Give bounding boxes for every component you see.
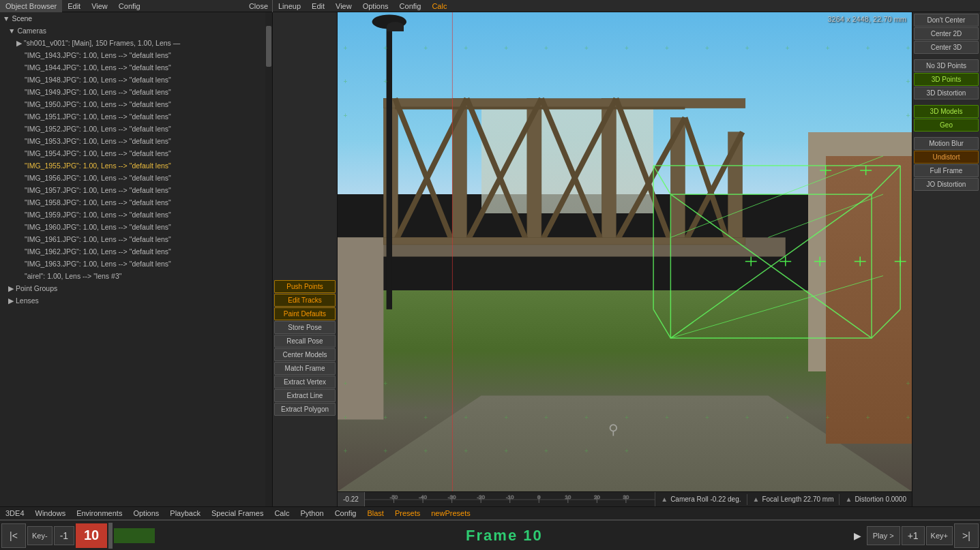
extract-polygon-button[interactable]: Extract Polygon bbox=[274, 403, 336, 416]
menu-calc[interactable]: Calc bbox=[426, 0, 452, 12]
step-minus-button[interactable]: -1 bbox=[54, 526, 74, 545]
menu-options-bottom[interactable]: Options bbox=[128, 506, 164, 520]
jo-distortion-button[interactable]: JO Distortion bbox=[914, 178, 979, 191]
3d-models-button[interactable]: 3D Models bbox=[914, 105, 979, 118]
full-frame-button[interactable]: Full Frame bbox=[914, 164, 979, 177]
extract-line-button[interactable]: Extract Line bbox=[274, 389, 336, 402]
tree-img-0[interactable]: "IMG_1943.JPG": 1.00, Lens --> "default … bbox=[0, 49, 265, 61]
svg-line-100 bbox=[670, 276, 883, 338]
menu-new-presets[interactable]: newPresets bbox=[426, 506, 475, 520]
tree-img-9[interactable]: "IMG_1955.JPG": 1.00, Lens --> "default … bbox=[0, 159, 265, 172]
menu-blast[interactable]: Blast bbox=[361, 506, 389, 520]
no-3d-points-button[interactable]: No 3D Points bbox=[914, 59, 979, 72]
tree-airel[interactable]: "airel": 1.00, Lens --> "lens #3" bbox=[0, 270, 265, 282]
menu-config-bottom[interactable]: Config bbox=[329, 506, 362, 520]
step-plus-button[interactable]: +1 bbox=[902, 526, 925, 545]
menu-playback[interactable]: Playback bbox=[164, 506, 206, 520]
go-start-button[interactable]: |< bbox=[1, 523, 26, 548]
menu-python[interactable]: Python bbox=[295, 506, 329, 520]
svg-text:+: + bbox=[906, 44, 910, 52]
tree-img-13[interactable]: "IMG_1959.JPG": 1.00, Lens --> "default … bbox=[0, 209, 265, 221]
svg-line-101 bbox=[769, 194, 883, 237]
tree-img-15[interactable]: "IMG_1961.JPG": 1.00, Lens --> "default … bbox=[0, 233, 265, 245]
go-end-button[interactable]: >| bbox=[954, 523, 979, 548]
menu-object-browser[interactable]: Object Browser bbox=[0, 0, 62, 12]
menu-presets[interactable]: Presets bbox=[389, 506, 426, 520]
svg-text:+: + bbox=[343, 112, 347, 119]
tree-img-16[interactable]: "IMG_1962.JPG": 1.00, Lens --> "default … bbox=[0, 245, 265, 258]
recall-pose-button[interactable]: Recall Pose bbox=[274, 335, 336, 348]
svg-text:+: + bbox=[383, 380, 387, 387]
menu-view-right[interactable]: View bbox=[330, 0, 357, 12]
tree-img-11[interactable]: "IMG_1957.JPG": 1.00, Lens --> "default … bbox=[0, 184, 265, 196]
tree-img-10[interactable]: "IMG_1956.JPG": 1.00, Lens --> "default … bbox=[0, 172, 265, 184]
timeline-green-region[interactable] bbox=[114, 528, 155, 543]
svg-rect-8 bbox=[383, 99, 745, 108]
menu-config-right[interactable]: Config bbox=[394, 0, 427, 12]
svg-text:+: + bbox=[424, 44, 428, 52]
tree-img-7[interactable]: "IMG_1953.JPG": 1.00, Lens --> "default … bbox=[0, 135, 265, 147]
tree-img-17[interactable]: "IMG_1963.JPG": 1.00, Lens --> "default … bbox=[0, 258, 265, 270]
key-plus-button[interactable]: Key+ bbox=[926, 526, 953, 545]
dont-center-button[interactable]: Don't Center bbox=[914, 14, 979, 27]
play-button[interactable]: Play > bbox=[867, 526, 900, 545]
menu-edit-right[interactable]: Edit bbox=[306, 0, 330, 12]
menu-config-left[interactable]: Config bbox=[113, 0, 146, 12]
tree-img-1[interactable]: "IMG_1944.JPG": 1.00, Lens --> "default … bbox=[0, 61, 265, 74]
svg-text:+: + bbox=[625, 414, 629, 421]
store-pose-button[interactable]: Store Pose bbox=[274, 321, 336, 334]
motion-blur-button[interactable]: Motion Blur bbox=[914, 137, 979, 150]
scrollbar-thumb[interactable] bbox=[266, 26, 271, 67]
tree-img-8[interactable]: "IMG_1954.JPG": 1.00, Lens --> "default … bbox=[0, 147, 265, 159]
svg-text:-30: -30 bbox=[448, 494, 456, 500]
menu-options[interactable]: Options bbox=[357, 0, 394, 12]
tree-img-2[interactable]: "IMG_1948.JPG": 1.00, Lens --> "default … bbox=[0, 74, 265, 86]
tree-img-4[interactable]: "IMG_1950.JPG": 1.00, Lens --> "default … bbox=[0, 98, 265, 110]
center-2d-button[interactable]: Center 2D bbox=[914, 27, 979, 40]
3d-points-button[interactable]: 3D Points bbox=[914, 73, 979, 86]
menu-3de4[interactable]: 3DE4 bbox=[0, 506, 30, 520]
timeline-separator bbox=[108, 523, 113, 549]
center-models-button[interactable]: Center Models bbox=[274, 348, 336, 361]
menu-environments[interactable]: Environments bbox=[71, 506, 128, 520]
tree-img-5[interactable]: "IMG_1951.JPG": 1.00, Lens --> "default … bbox=[0, 110, 265, 123]
tree-img-6[interactable]: "IMG_1952.JPG": 1.00, Lens --> "default … bbox=[0, 123, 265, 135]
menu-windows[interactable]: Windows bbox=[30, 506, 72, 520]
tree-camera-main[interactable]: ▶"sh001_v001": [Main], 150 Frames, 1.00,… bbox=[0, 37, 265, 49]
svg-text:+: + bbox=[383, 44, 387, 52]
tree-scene[interactable]: ▼Scene bbox=[0, 12, 265, 25]
menu-special-frames[interactable]: Special Frames bbox=[206, 506, 269, 520]
tree-cameras[interactable]: ▼Cameras bbox=[0, 25, 265, 37]
tree-img-14[interactable]: "IMG_1960.JPG": 1.00, Lens --> "default … bbox=[0, 221, 265, 233]
menu-calc-bottom[interactable]: Calc bbox=[269, 506, 295, 520]
svg-text:-20: -20 bbox=[477, 494, 485, 500]
svg-text:+: + bbox=[383, 414, 387, 421]
push-points-button[interactable]: Push Points bbox=[274, 280, 336, 293]
geo-button[interactable]: Geo bbox=[914, 119, 979, 132]
tree-point-groups[interactable]: ▶Point Groups bbox=[0, 282, 265, 294]
tree-img-3[interactable]: "IMG_1949.JPG": 1.00, Lens --> "default … bbox=[0, 86, 265, 98]
svg-text:+: + bbox=[786, 414, 790, 421]
svg-line-35 bbox=[872, 309, 900, 338]
tree-img-12[interactable]: "IMG_1958.JPG": 1.00, Lens --> "default … bbox=[0, 196, 265, 209]
menu-lineup[interactable]: Lineup bbox=[273, 0, 306, 12]
undistort-button[interactable]: Undistort bbox=[914, 151, 979, 164]
left-panel-scrollbar[interactable] bbox=[265, 12, 272, 506]
edit-tracks-button[interactable]: Edit Tracks bbox=[274, 294, 336, 307]
close-button[interactable]: Close bbox=[245, 2, 272, 10]
scene-tree: ▼Scene ▼Cameras ▶"sh001_v001": [Main], 1… bbox=[0, 12, 265, 506]
paint-defaults-button[interactable]: Paint Defaults bbox=[274, 307, 336, 320]
key-minus-button[interactable]: Key- bbox=[27, 526, 53, 545]
viewport-ruler: -0.22 -50 -40 -30 -20 -10 0 10 20 30 bbox=[338, 491, 912, 506]
svg-text:20: 20 bbox=[594, 494, 600, 500]
svg-text:+: + bbox=[906, 112, 910, 119]
menu-edit-left[interactable]: Edit bbox=[62, 0, 86, 12]
3d-distortion-button[interactable]: 3D Distortion bbox=[914, 87, 979, 100]
center-3d-button[interactable]: Center 3D bbox=[914, 41, 979, 54]
extract-vertex-button[interactable]: Extract Vertex bbox=[274, 376, 336, 388]
svg-text:10: 10 bbox=[565, 494, 571, 500]
svg-text:+: + bbox=[584, 414, 589, 421]
menu-view-left[interactable]: View bbox=[86, 0, 113, 12]
tree-lenses[interactable]: ▶Lenses bbox=[0, 294, 265, 307]
match-frame-button[interactable]: Match Frame bbox=[274, 362, 336, 375]
